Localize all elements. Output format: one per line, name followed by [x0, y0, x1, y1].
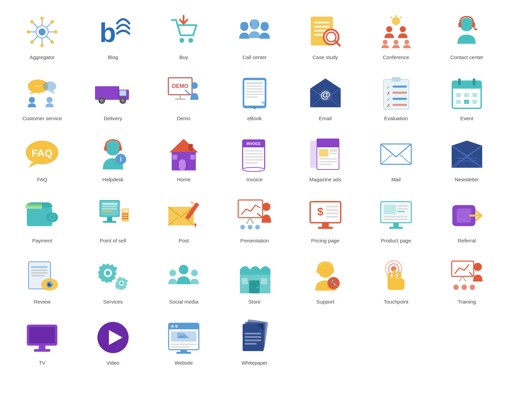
referral-label: Referral: [458, 237, 476, 244]
referral-item: Referral: [431, 190, 502, 248]
review-item: Review: [7, 251, 78, 309]
evaluation-icon: ✓ ✗ ✓ ✗: [377, 74, 415, 112]
website-icon: [165, 319, 202, 356]
svg-rect-128: [245, 162, 258, 164]
svg-point-57: [46, 97, 53, 103]
whitepaper-icon: [236, 319, 273, 356]
call-center-label: Call center: [242, 54, 267, 61]
case-study-label: Case study: [313, 54, 338, 61]
contact-center-icon: [448, 13, 486, 51]
point-of-sell-icon: [94, 197, 132, 234]
svg-line-41: [400, 17, 401, 18]
svg-rect-265: [245, 333, 261, 334]
svg-text:INVOICE: INVOICE: [246, 142, 260, 146]
invoice-icon: INVOICE: [236, 135, 273, 173]
ebook-item: eBook: [219, 68, 290, 126]
store-item: Store: [219, 251, 290, 309]
svg-rect-77: [246, 86, 263, 87]
svg-rect-190: [326, 209, 338, 211]
whitepaper-item: Whitepaper: [219, 312, 290, 370]
svg-rect-24: [247, 25, 248, 28]
demo-icon: DEMO: [165, 74, 202, 112]
presentation-item: Presentation: [219, 190, 290, 248]
svg-rect-98: [458, 78, 461, 85]
touchpoint-icon: [377, 258, 415, 295]
mail-icon: [377, 135, 415, 173]
svg-rect-195: [384, 205, 396, 214]
svg-text:🔧: 🔧: [330, 279, 338, 287]
blog-item: b Blog: [78, 7, 149, 65]
svg-rect-50: [472, 22, 475, 27]
svg-rect-139: [381, 144, 411, 164]
svg-line-179: [250, 218, 253, 224]
svg-point-9: [54, 30, 57, 34]
svg-rect-166: [125, 216, 126, 217]
event-item: ✓ Event: [431, 68, 502, 126]
blog-icon: b: [94, 13, 132, 51]
svg-point-64: [100, 99, 103, 102]
case-study-item: Case study: [290, 7, 361, 65]
svg-rect-204: [457, 208, 471, 223]
svg-rect-86: [391, 77, 401, 82]
svg-text:✗: ✗: [387, 103, 391, 108]
svg-point-151: [51, 216, 54, 219]
svg-rect-260: [176, 352, 191, 354]
svg-point-17: [51, 40, 54, 44]
invoice-item: INVOICE Invoice: [219, 129, 290, 187]
svg-point-19: [180, 38, 184, 43]
svg-marker-115: [169, 139, 198, 152]
svg-rect-228: [317, 269, 319, 273]
point-of-sell-label: Point of sell: [100, 237, 126, 244]
svg-text:b: b: [99, 18, 116, 48]
svg-rect-116: [189, 144, 193, 151]
post-icon: [165, 197, 202, 234]
contact-center-label: Contact center: [450, 54, 484, 61]
faq-icon: FAQ: [23, 135, 61, 173]
svg-rect-157: [102, 211, 112, 212]
svg-rect-76: [246, 82, 263, 84]
svg-rect-267: [245, 340, 261, 341]
svg-rect-199: [384, 216, 408, 217]
svg-line-12: [33, 22, 38, 28]
evaluation-label: Evaluation: [384, 115, 408, 122]
svg-line-38: [336, 41, 340, 45]
training-item: Training: [431, 251, 502, 309]
svg-line-16: [46, 36, 52, 41]
svg-point-242: [470, 285, 475, 290]
svg-rect-78: [246, 88, 263, 90]
touchpoint-item: Touchpoint: [361, 251, 432, 309]
svg-line-237: [463, 276, 466, 281]
support-item: 🔧 Support: [290, 251, 361, 309]
svg-text:@: @: [320, 89, 330, 100]
svg-rect-49: [458, 22, 461, 27]
svg-rect-167: [127, 216, 128, 217]
svg-rect-119: [172, 155, 177, 160]
event-label: Event: [460, 115, 473, 122]
svg-rect-94: [393, 104, 407, 106]
svg-rect-225: [261, 278, 267, 284]
svg-point-11: [51, 20, 54, 23]
helpdesk-icon: i: [94, 135, 132, 173]
customer-service-icon: ···: [23, 74, 61, 112]
video-icon: [94, 319, 132, 356]
mail-label: Mail: [391, 176, 401, 183]
payment-item: Payment: [7, 190, 78, 248]
svg-rect-163: [125, 213, 126, 215]
newsletter-label: Newsletter: [455, 176, 479, 183]
svg-point-48: [460, 18, 473, 31]
svg-rect-186: [322, 223, 329, 227]
website-item: Website: [148, 312, 219, 370]
svg-text:✗: ✗: [387, 91, 391, 96]
svg-rect-103: [456, 100, 461, 104]
social-media-icon: [165, 258, 202, 295]
svg-point-47: [404, 40, 409, 44]
svg-rect-162: [122, 213, 124, 215]
presentation-label: Presentation: [240, 237, 269, 244]
svg-rect-34: [314, 30, 326, 32]
svg-rect-88: [393, 86, 407, 88]
svg-text:✓: ✓: [387, 97, 391, 102]
point-of-sell-item: Point of sell: [78, 190, 149, 248]
svg-point-15: [30, 40, 34, 44]
svg-point-241: [461, 285, 467, 290]
svg-point-183: [248, 225, 252, 230]
